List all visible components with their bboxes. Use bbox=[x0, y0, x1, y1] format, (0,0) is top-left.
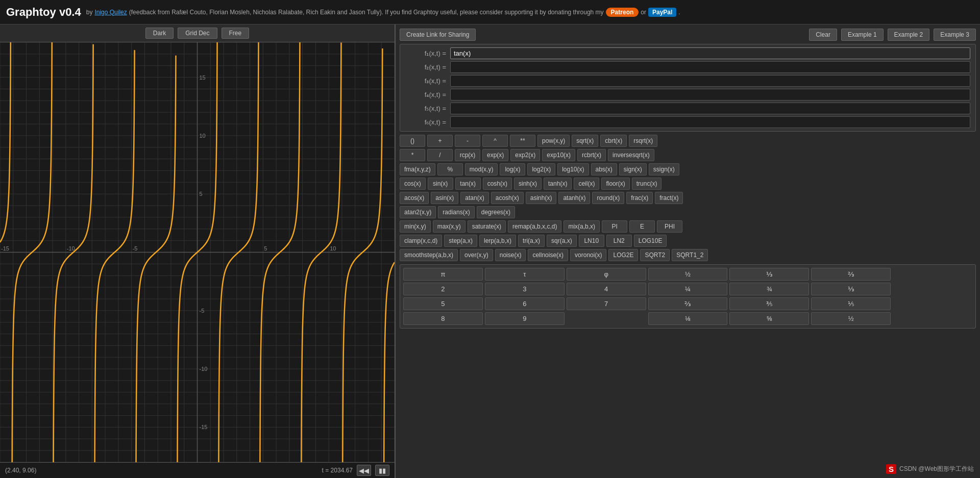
num-btn-0-5[interactable]: ⅔ bbox=[811, 268, 891, 281]
key-btn-__[interactable]: () bbox=[400, 135, 425, 147]
num-btn-3-3[interactable]: ⅛ bbox=[648, 312, 728, 325]
key-btn-tanh_x_[interactable]: tanh(x) bbox=[544, 178, 572, 190]
key-btn-asin_x_[interactable]: asin(x) bbox=[431, 192, 458, 204]
key-btn-LOG2E[interactable]: LOG2E bbox=[608, 249, 638, 261]
key-btn-LN2[interactable]: LN2 bbox=[606, 235, 632, 247]
key-btn-sin_x_[interactable]: sin(x) bbox=[428, 178, 453, 190]
key-btn-lerp_a_b_x_[interactable]: lerp(a,b,x) bbox=[479, 235, 516, 247]
key-btn-floor_x_[interactable]: floor(x) bbox=[601, 178, 629, 190]
key-btn-smoothstep_a_b_x_[interactable]: smoothstep(a,b,x) bbox=[400, 249, 458, 261]
dark-button[interactable]: Dark bbox=[145, 28, 174, 39]
key-btn-_[interactable]: / bbox=[427, 149, 453, 161]
key-btn-__[interactable]: ** bbox=[510, 135, 535, 147]
key-btn-acos_x_[interactable]: acos(x) bbox=[400, 192, 429, 204]
key-btn-step_a_x_[interactable]: step(a,x) bbox=[444, 235, 477, 247]
function-input-1[interactable] bbox=[450, 47, 970, 59]
num-btn-0-2[interactable]: φ bbox=[567, 268, 646, 281]
num-btn-2-1[interactable]: 6 bbox=[485, 297, 565, 310]
key-btn-fma_x_y_z_[interactable]: fma(x,y,z) bbox=[400, 163, 435, 175]
graph-canvas-area[interactable] bbox=[0, 42, 395, 462]
author-link[interactable]: Inigo Quilez bbox=[94, 9, 127, 16]
function-input-3[interactable] bbox=[450, 75, 970, 87]
key-btn-log10_x_[interactable]: log10(x) bbox=[557, 163, 589, 175]
num-btn-2-3[interactable]: ⅔ bbox=[648, 297, 728, 310]
key-btn-pow_x_y_[interactable]: pow(x,y) bbox=[537, 135, 570, 147]
example2-button[interactable]: Example 2 bbox=[888, 29, 930, 41]
key-btn-round_x_[interactable]: round(x) bbox=[592, 192, 624, 204]
function-input-6[interactable] bbox=[450, 116, 970, 128]
key-btn-rsqrt_x_[interactable]: rsqrt(x) bbox=[629, 135, 657, 147]
key-btn-sqrt_x_[interactable]: sqrt(x) bbox=[572, 135, 598, 147]
key-btn-min_x_y_[interactable]: min(x,y) bbox=[400, 220, 431, 233]
key-btn-sqr_a_x_[interactable]: sqr(a,x) bbox=[547, 235, 577, 247]
num-btn-1-3[interactable]: ¼ bbox=[648, 283, 728, 295]
num-btn-2-2[interactable]: 7 bbox=[567, 297, 646, 310]
key-btn-sinh_x_[interactable]: sinh(x) bbox=[514, 178, 542, 190]
key-btn-atanh_x_[interactable]: atanh(x) bbox=[558, 192, 590, 204]
num-btn-1-2[interactable]: 4 bbox=[567, 283, 646, 295]
key-btn-voronoi_x_[interactable]: voronoi(x) bbox=[570, 249, 606, 261]
patreon-badge[interactable]: Patreon bbox=[606, 8, 639, 17]
key-btn-E[interactable]: E bbox=[629, 220, 655, 233]
key-btn-rcp_x_[interactable]: rcp(x) bbox=[455, 149, 480, 161]
key-btn-mix_a_b_x_[interactable]: mix(a,b,x) bbox=[564, 220, 600, 233]
key-btn-over_x_y_[interactable]: over(x,y) bbox=[460, 249, 493, 261]
num-btn-0-4[interactable]: ⅓ bbox=[729, 268, 809, 281]
key-btn-tri_a_x_[interactable]: tri(a,x) bbox=[518, 235, 545, 247]
key-btn-atan_x_[interactable]: atan(x) bbox=[460, 192, 488, 204]
key-btn-max_x_y_[interactable]: max(x,y) bbox=[433, 220, 465, 233]
key-btn-remap_a_b_x_c_d_[interactable]: remap(a,b,x,c,d) bbox=[508, 220, 561, 233]
num-btn-0-1[interactable]: τ bbox=[485, 268, 565, 281]
key-btn-atan2_x_y_[interactable]: atan2(x,y) bbox=[400, 206, 436, 218]
key-btn-SQRT1_2[interactable]: SQRT1_2 bbox=[672, 249, 708, 261]
key-btn-asinh_x_[interactable]: asinh(x) bbox=[526, 192, 557, 204]
key-btn-_[interactable]: + bbox=[427, 135, 453, 147]
key-btn-clamp_x_c_d_[interactable]: clamp(x,c,d) bbox=[400, 235, 442, 247]
num-btn-1-5[interactable]: ⅓ bbox=[811, 283, 891, 295]
example3-button[interactable]: Example 3 bbox=[934, 29, 976, 41]
key-btn-saturate_x_[interactable]: saturate(x) bbox=[468, 220, 506, 233]
key-btn-tan_x_[interactable]: tan(x) bbox=[455, 178, 481, 190]
key-btn-inversesqrt_x_[interactable]: inversesqrt(x) bbox=[608, 149, 654, 161]
key-btn-PI[interactable]: PI bbox=[602, 220, 627, 233]
key-btn-PHI[interactable]: PHI bbox=[657, 220, 682, 233]
paypal-badge[interactable]: PayPal bbox=[648, 8, 676, 17]
key-btn-sign_x_[interactable]: sign(x) bbox=[619, 163, 647, 175]
key-btn-_[interactable]: ^ bbox=[482, 135, 508, 147]
function-input-2[interactable] bbox=[450, 61, 970, 73]
key-btn-acosh_x_[interactable]: acosh(x) bbox=[491, 192, 524, 204]
num-btn-2-5[interactable]: ⅕ bbox=[811, 297, 891, 310]
num-btn-1-4[interactable]: ¾ bbox=[729, 283, 809, 295]
num-btn-3-4[interactable]: ⅝ bbox=[729, 312, 809, 325]
key-btn-cellnoise_x_[interactable]: cellnoise(x) bbox=[528, 249, 568, 261]
rewind-button[interactable]: ◀◀ bbox=[357, 465, 371, 476]
num-btn-3-1[interactable]: 9 bbox=[485, 312, 565, 325]
key-btn-ceil_x_[interactable]: ceil(x) bbox=[574, 178, 599, 190]
key-btn-log_x_[interactable]: log(x) bbox=[500, 163, 525, 175]
key-btn-radians_x_[interactable]: radians(x) bbox=[438, 206, 474, 218]
grid-dec-button[interactable]: Grid Dec bbox=[178, 28, 217, 39]
key-btn-rcbrt_x_[interactable]: rcbrt(x) bbox=[577, 149, 606, 161]
key-btn-_[interactable]: * bbox=[400, 149, 425, 161]
key-btn-SQRT2[interactable]: SQRT2 bbox=[640, 249, 670, 261]
key-btn-trunc_x_[interactable]: trunc(x) bbox=[632, 178, 662, 190]
key-btn-ssign_x_[interactable]: ssign(x) bbox=[649, 163, 679, 175]
num-btn-1-1[interactable]: 3 bbox=[485, 283, 565, 295]
num-btn-3-0[interactable]: 8 bbox=[403, 312, 483, 325]
key-btn-fract_x_[interactable]: fract(x) bbox=[655, 192, 683, 204]
key-btn-cos_x_[interactable]: cos(x) bbox=[400, 178, 426, 190]
function-input-4[interactable] bbox=[450, 89, 970, 100]
key-btn-log2_x_[interactable]: log2(x) bbox=[527, 163, 555, 175]
free-button[interactable]: Free bbox=[222, 28, 250, 39]
key-btn-mod_x_y_[interactable]: mod(x,y) bbox=[465, 163, 498, 175]
key-btn-_[interactable]: - bbox=[455, 135, 480, 147]
key-btn-cbrt_x_[interactable]: cbrt(x) bbox=[600, 135, 627, 147]
key-btn-degrees_x_[interactable]: degrees(x) bbox=[477, 206, 515, 218]
num-btn-0-0[interactable]: π bbox=[403, 268, 483, 281]
key-btn-exp10_x_[interactable]: exp10(x) bbox=[542, 149, 575, 161]
num-btn-0-3[interactable]: ½ bbox=[648, 268, 728, 281]
key-btn-exp2_x_[interactable]: exp2(x) bbox=[510, 149, 540, 161]
key-btn-exp_x_[interactable]: exp(x) bbox=[482, 149, 508, 161]
key-btn-_[interactable]: % bbox=[437, 163, 463, 175]
function-input-5[interactable] bbox=[450, 103, 970, 114]
